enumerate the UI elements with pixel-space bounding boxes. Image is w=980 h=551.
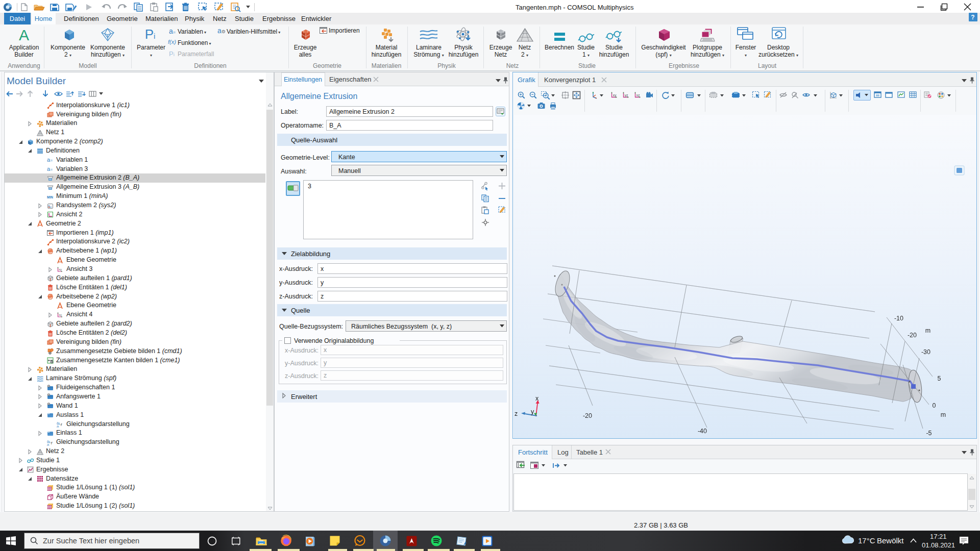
- svg-text:f: f: [51, 441, 53, 445]
- svg-text:xy: xy: [59, 268, 62, 271]
- svg-text:D: D: [48, 403, 50, 405]
- svg-text:0: 0: [933, 402, 936, 409]
- svg-text:=: =: [51, 167, 53, 172]
- svg-text:5: 5: [938, 375, 941, 382]
- svg-text:-30: -30: [921, 348, 930, 356]
- svg-text:-20: -20: [908, 332, 917, 339]
- svg-text:f: f: [61, 423, 62, 427]
- svg-text:∂t: ∂t: [57, 425, 59, 428]
- svg-text:xy: xy: [59, 313, 62, 316]
- svg-text:-20: -20: [583, 412, 592, 419]
- svg-text:MIN: MIN: [47, 195, 53, 198]
- svg-text:-40: -40: [698, 428, 707, 435]
- svg-text:D: D: [48, 385, 50, 387]
- svg-text:y: y: [531, 408, 534, 415]
- svg-text:m: m: [941, 411, 946, 418]
- svg-text:m: m: [925, 327, 930, 334]
- svg-text:D: D: [48, 394, 50, 396]
- svg-text:x: x: [535, 395, 539, 402]
- svg-text:∂u: ∂u: [57, 421, 60, 424]
- svg-text:-5: -5: [926, 430, 932, 437]
- svg-text:yz: yz: [625, 93, 629, 97]
- svg-text:=: =: [51, 158, 53, 163]
- svg-text:xz: xz: [636, 93, 641, 97]
- svg-text:∂u: ∂u: [47, 440, 50, 443]
- svg-text:∂t: ∂t: [47, 443, 50, 446]
- svg-text:z: z: [514, 410, 518, 417]
- svg-text:xy: xy: [613, 93, 617, 97]
- svg-text:-10: -10: [894, 315, 903, 322]
